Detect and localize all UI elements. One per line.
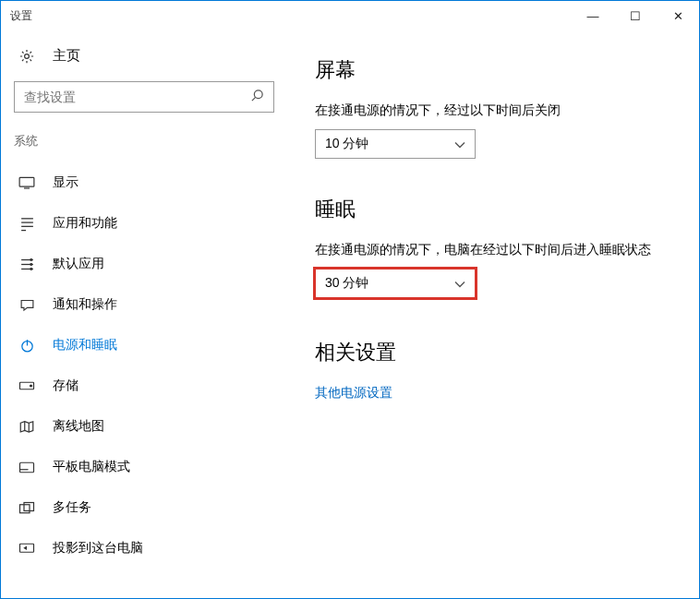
project-icon xyxy=(18,542,36,556)
minimize-button[interactable]: — xyxy=(572,1,614,30)
storage-icon xyxy=(18,380,36,391)
svg-rect-21 xyxy=(20,462,34,473)
sidebar-item-storage[interactable]: 存储 xyxy=(1,365,287,406)
sidebar-item-label: 多任务 xyxy=(53,499,91,516)
sidebar-item-label: 通知和操作 xyxy=(53,296,117,313)
sidebar-item-default-apps[interactable]: 默认应用 xyxy=(1,244,287,284)
sidebar-item-label: 投影到这台电脑 xyxy=(53,540,143,557)
titlebar: 设置 — ☐ ✕ xyxy=(1,1,699,30)
screen-timeout-dropdown[interactable]: 10 分钟 xyxy=(315,129,476,159)
screen-heading: 屏幕 xyxy=(315,56,673,84)
multitask-icon xyxy=(18,501,36,515)
sidebar-item-label: 显示 xyxy=(53,174,78,191)
sleep-timeout-value: 30 分钟 xyxy=(325,275,368,292)
chevron-down-icon xyxy=(454,137,465,151)
display-icon xyxy=(18,176,36,189)
svg-rect-23 xyxy=(20,504,30,512)
screen-desc: 在接通电源的情况下，经过以下时间后关闭 xyxy=(315,101,673,120)
window-controls: — ☐ ✕ xyxy=(572,1,699,30)
sidebar-item-project[interactable]: 投影到这台电脑 xyxy=(1,528,287,569)
screen-timeout-value: 10 分钟 xyxy=(325,136,368,152)
map-icon xyxy=(18,419,36,434)
home-label: 主页 xyxy=(53,47,80,65)
svg-point-14 xyxy=(30,268,31,270)
sidebar-item-notifications[interactable]: 通知和操作 xyxy=(1,284,287,325)
sidebar-item-label: 默认应用 xyxy=(53,256,104,272)
home-button[interactable]: 主页 xyxy=(1,40,287,81)
category-label: 系统 xyxy=(1,129,287,162)
related-heading: 相关设置 xyxy=(315,339,673,366)
sidebar-item-label: 电源和睡眠 xyxy=(53,337,117,353)
sidebar-item-offline-maps[interactable]: 离线地图 xyxy=(1,406,287,447)
chevron-down-icon xyxy=(454,276,465,291)
sidebar-item-multitasking[interactable]: 多任务 xyxy=(1,487,287,528)
sidebar-item-display[interactable]: 显示 xyxy=(1,162,287,203)
svg-line-2 xyxy=(252,97,256,101)
svg-point-12 xyxy=(30,258,31,260)
sidebar-item-tablet-mode[interactable]: 平板电脑模式 xyxy=(1,447,287,487)
sidebar-item-label: 应用和功能 xyxy=(53,215,117,232)
notifications-icon xyxy=(18,298,36,312)
sidebar-item-label: 存储 xyxy=(53,377,78,394)
apps-icon xyxy=(18,216,36,232)
sleep-heading: 睡眠 xyxy=(315,196,673,223)
sleep-timeout-dropdown[interactable]: 30 分钟 xyxy=(315,269,476,298)
svg-rect-24 xyxy=(24,502,34,510)
svg-point-1 xyxy=(254,90,262,99)
search-icon xyxy=(250,89,264,105)
svg-point-18 xyxy=(30,385,32,387)
svg-point-0 xyxy=(25,54,30,58)
search-input-wrap[interactable] xyxy=(14,81,274,113)
sidebar: 主页 系统 显示 应用和功能 xyxy=(1,30,287,598)
sidebar-item-power-sleep[interactable]: 电源和睡眠 xyxy=(1,325,287,365)
svg-rect-3 xyxy=(19,177,34,186)
sidebar-item-label: 平板电脑模式 xyxy=(53,459,130,475)
search-input[interactable] xyxy=(24,90,250,104)
close-button[interactable]: ✕ xyxy=(657,1,699,30)
sleep-desc: 在接通电源的情况下，电脑在经过以下时间后进入睡眠状态 xyxy=(315,240,673,259)
maximize-button[interactable]: ☐ xyxy=(614,1,657,30)
svg-point-13 xyxy=(30,263,31,265)
content-pane: 屏幕 在接通电源的情况下，经过以下时间后关闭 10 分钟 睡眠 在接通电源的情况… xyxy=(287,30,699,598)
sidebar-item-apps[interactable]: 应用和功能 xyxy=(1,203,287,244)
power-icon xyxy=(18,338,36,353)
default-apps-icon xyxy=(18,257,36,272)
other-power-settings-link[interactable]: 其他电源设置 xyxy=(315,385,673,401)
tablet-icon xyxy=(18,461,36,474)
sidebar-item-label: 离线地图 xyxy=(53,418,104,435)
window-title: 设置 xyxy=(10,8,572,24)
gear-icon xyxy=(18,48,36,65)
